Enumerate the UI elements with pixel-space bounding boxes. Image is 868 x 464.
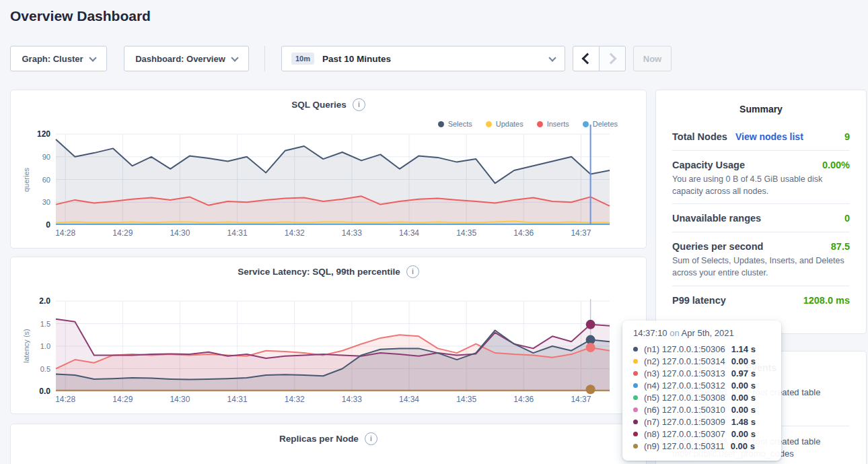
info-icon[interactable]: i <box>365 432 377 445</box>
svg-text:14:34: 14:34 <box>399 228 419 238</box>
summary-title: Summary <box>672 104 850 114</box>
svg-text:14:35: 14:35 <box>456 228 476 238</box>
p99-latency-label: P99 latency <box>672 295 726 306</box>
chevron-down-icon <box>548 54 556 61</box>
svg-text:14:30: 14:30 <box>170 395 190 404</box>
prev-timeframe-button[interactable] <box>573 46 600 71</box>
tooltip-node-row: (n5) 127.0.0.1:503080.00 s <box>633 391 770 403</box>
replicas-per-node-title: Replicas per Node <box>279 434 359 444</box>
graph-dropdown[interactable]: Graph: Cluster <box>10 46 107 71</box>
svg-text:14:37: 14:37 <box>571 228 591 238</box>
svg-text:14:34: 14:34 <box>399 395 419 404</box>
node-dot-icon <box>633 359 638 364</box>
svg-text:14:30: 14:30 <box>170 228 190 238</box>
capacity-usage-description: You are using 0 B of 4.5 GiB usable disk… <box>672 173 850 197</box>
summary-row-qps: Queries per second 87.5 <box>672 232 850 254</box>
summary-row-unavailable-ranges: Unavailable ranges 0 <box>672 204 850 226</box>
svg-text:14:33: 14:33 <box>342 395 362 404</box>
svg-text:1.0: 1.0 <box>40 342 50 350</box>
svg-text:0.0: 0.0 <box>39 387 50 396</box>
tooltip-node-row: (n7) 127.0.0.1:503091.48 s <box>633 416 770 428</box>
total-nodes-label: Total Nodes <box>672 131 727 142</box>
svg-text:14:35: 14:35 <box>456 395 476 404</box>
svg-text:14:31: 14:31 <box>227 228 248 238</box>
svg-text:1.5: 1.5 <box>40 320 50 328</box>
svg-text:0.5: 0.5 <box>40 365 50 373</box>
total-nodes-value: 9 <box>844 131 850 142</box>
graph-dropdown-label: Graph: Cluster <box>22 54 83 64</box>
queries-per-second-description: Sum of Selects, Updates, Inserts, and De… <box>672 255 850 279</box>
svg-text:120: 120 <box>37 129 50 139</box>
svg-text:14:33: 14:33 <box>342 228 362 238</box>
chart-tooltip: 14:37:10 on Apr 5th, 2021 (n1) 127.0.0.1… <box>622 321 781 461</box>
sql-queries-chart[interactable]: 030609012014:2814:2914:3014:3114:3214:33… <box>11 90 646 248</box>
svg-text:14:36: 14:36 <box>513 395 534 404</box>
svg-text:0: 0 <box>46 220 50 230</box>
svg-text:60: 60 <box>42 176 50 184</box>
time-range-label: Past 10 Minutes <box>322 54 542 64</box>
view-nodes-list-link[interactable]: View nodes list <box>735 131 803 142</box>
svg-text:14:32: 14:32 <box>285 228 305 238</box>
svg-text:14:29: 14:29 <box>112 395 133 404</box>
node-dot-icon <box>633 420 638 424</box>
unavailable-ranges-label: Unavailable ranges <box>672 213 761 224</box>
node-dot-icon <box>633 395 638 400</box>
summary-row-p99: P99 latency 1208.0 ms <box>672 286 850 308</box>
service-latency-panel: Service Latency: SQL, 99th percentile i … <box>10 257 647 414</box>
time-range-selector[interactable]: 10m Past 10 Minutes <box>281 46 565 71</box>
tooltip-node-row: (n2) 127.0.0.1:503140.00 s <box>633 355 770 367</box>
svg-text:14:36: 14:36 <box>513 228 534 238</box>
svg-text:30: 30 <box>42 198 50 206</box>
time-range-badge: 10m <box>291 53 314 65</box>
tooltip-node-row: (n6) 127.0.0.1:503100.00 s <box>633 403 770 416</box>
node-dot-icon <box>633 444 638 449</box>
p99-latency-value: 1208.0 ms <box>803 295 850 306</box>
next-timeframe-button[interactable] <box>599 46 626 71</box>
summary-row-capacity: Capacity Usage 0.00% <box>672 151 850 172</box>
unavailable-ranges-value: 0 <box>844 213 850 224</box>
capacity-usage-value: 0.00% <box>822 160 850 170</box>
replicas-per-node-panel: Replicas per Node i <box>10 424 647 464</box>
dashboard-dropdown[interactable]: Dashboard: Overview <box>124 46 249 71</box>
queries-per-second-label: Queries per second <box>672 241 763 252</box>
svg-text:90: 90 <box>42 153 50 161</box>
node-dot-icon <box>633 383 638 388</box>
chevron-right-icon <box>606 53 617 65</box>
svg-text:14:28: 14:28 <box>55 228 75 238</box>
svg-text:14:31: 14:31 <box>227 395 248 404</box>
dashboard-dropdown-label: Dashboard: Overview <box>135 54 225 64</box>
summary-panel: Summary Total Nodes View nodes list 9 Ca… <box>655 90 867 334</box>
capacity-usage-label: Capacity Usage <box>672 160 745 170</box>
tooltip-node-row: (n3) 127.0.0.1:503130.97 s <box>633 367 770 379</box>
service-latency-chart[interactable]: 0.00.51.01.52.014:2814:2914:3014:3114:32… <box>11 257 646 413</box>
svg-text:14:29: 14:29 <box>112 228 133 238</box>
node-dot-icon <box>633 407 638 412</box>
tooltip-node-row: (n1) 127.0.0.1:503061.14 s <box>633 343 770 355</box>
svg-text:14:28: 14:28 <box>55 395 75 404</box>
chevron-left-icon <box>582 53 593 65</box>
controls-divider <box>264 46 265 71</box>
node-dot-icon <box>633 432 638 436</box>
chevron-down-icon <box>89 54 96 61</box>
svg-text:14:37: 14:37 <box>571 395 591 404</box>
summary-row-total-nodes: Total Nodes View nodes list 9 <box>672 123 850 144</box>
node-dot-icon <box>633 347 638 352</box>
chevron-down-icon <box>231 54 238 61</box>
tooltip-node-row: (n8) 127.0.0.1:503070.00 s <box>633 428 770 440</box>
tooltip-node-row: (n4) 127.0.0.1:503120.00 s <box>633 379 770 391</box>
page-title: Overview Dashboard <box>10 8 151 24</box>
queries-per-second-value: 87.5 <box>831 241 850 252</box>
svg-text:2.0: 2.0 <box>39 296 50 306</box>
now-button[interactable]: Now <box>633 46 672 71</box>
svg-text:14:32: 14:32 <box>285 395 305 404</box>
sql-queries-panel: SQL Queries i SelectsUpdatesInsertsDelet… <box>10 90 647 248</box>
node-dot-icon <box>633 371 638 376</box>
tooltip-node-row: (n9) 127.0.0.1:503110.00 s <box>633 440 770 452</box>
tooltip-timestamp: 14:37:10 on Apr 5th, 2021 <box>633 328 770 338</box>
